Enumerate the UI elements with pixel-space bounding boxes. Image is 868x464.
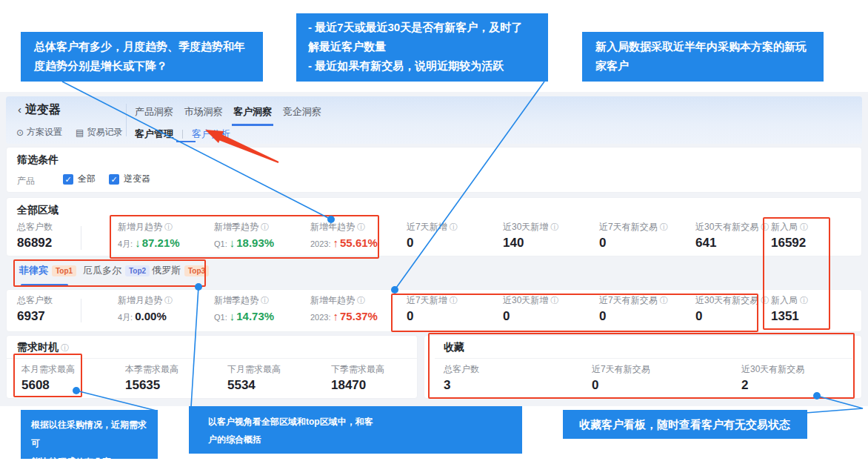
back-button[interactable]: ‹逆变器	[18, 102, 61, 118]
info-icon[interactable]: ⓘ	[261, 222, 269, 232]
favorites-title: 收藏	[444, 341, 464, 354]
trade-records-button[interactable]: ▤ 贸易记录	[76, 126, 122, 139]
info-icon[interactable]: ⓘ	[800, 222, 808, 232]
stat-new-7d: 近7天新增ⓘ 0	[407, 222, 458, 251]
back-chevron-icon: ‹	[18, 103, 21, 116]
all-region-card: 全部区域 总客户数 86892 新增月趋势ⓘ 4月:↓87.21% 新增季趋势ⓘ…	[6, 197, 862, 256]
tab-competitor-insight[interactable]: 竞企洞察	[281, 104, 323, 124]
top1-badge: Top1	[52, 265, 76, 276]
checkbox-all[interactable]: ✓ 全部	[63, 173, 96, 185]
stat-trade-7d: 近7天有新交易ⓘ 0	[599, 222, 668, 251]
region-tab-philippines[interactable]: 菲律宾 Top1	[19, 264, 76, 277]
info-icon[interactable]: ⓘ	[660, 295, 668, 305]
plan-settings-button[interactable]: ⊙ 方案设置	[16, 126, 62, 139]
stat-total-customers: 总客户数 86892	[17, 222, 53, 251]
tab-customer-management[interactable]: 客户管理	[133, 127, 175, 141]
document-icon: ▤	[76, 127, 84, 138]
info-icon[interactable]: ⓘ	[164, 222, 173, 232]
region-tab-ecuador[interactable]: 厄瓜多尔 Top2	[83, 264, 150, 277]
stat-trade-30d: 近30天有新交易ⓘ 641	[695, 222, 769, 251]
info-icon[interactable]: ⓘ	[761, 295, 769, 305]
card-divider	[435, 358, 852, 359]
info-icon[interactable]: ⓘ	[357, 222, 365, 232]
stat-monthly-trend: 新增月趋势ⓘ 4月:↓87.21%	[118, 222, 180, 251]
stat-fav-trade-30d: 近30天有新交易 2	[741, 364, 804, 393]
header-divider	[126, 104, 127, 136]
stat-quarterly-trend: 新增季趋势ⓘ Q1:↓18.93%	[214, 222, 274, 251]
stat-demand-this-month: 本月需求最高 5608	[21, 364, 75, 393]
all-region-title: 全部区域	[17, 204, 59, 217]
info-icon[interactable]: ⓘ	[761, 222, 769, 232]
header-band: ‹逆变器 ⊙ 方案设置 ▤ 贸易记录 产品洞察 市场洞察 客户洞察 竞企洞察 客…	[6, 96, 862, 144]
annotation-demand: 根据以往采购情况，近期需求可 能比较旺盛的有几家	[21, 410, 158, 459]
subtab-divider	[182, 130, 183, 139]
tab-product-insight[interactable]: 产品洞察	[133, 104, 175, 124]
stat-yearly-trend: 新增年趋势ⓘ 2023:↑75.37%	[310, 295, 378, 325]
stat-demand-this-quarter: 本季需求最高 15635	[125, 364, 178, 393]
page-title: 逆变器	[25, 103, 61, 116]
customer-sub-tabs: 客户管理 客户分析	[133, 127, 232, 141]
top1-region-card: 总客户数 6937 新增月趋势ⓘ 4月:0.00% 新增季趋势ⓘ Q1:↓14.…	[6, 289, 862, 332]
info-icon[interactable]: ⓘ	[261, 295, 269, 305]
annotation-customer-view: 以客户视角看全部区域和top区域中，和客 户的综合概括	[189, 406, 522, 454]
annotation-new-entrant: 新入局数据采取近半年内采购本方案的新玩 家客户	[582, 32, 824, 82]
info-icon[interactable]: ⓘ	[550, 222, 558, 232]
stat-quarterly-trend: 新增季趋势ⓘ Q1:↓14.73%	[214, 295, 274, 325]
stat-new-30d: 近30天新增ⓘ 140	[503, 222, 558, 251]
info-icon[interactable]: ⓘ	[450, 222, 458, 232]
stat-fav-total: 总客户数 3	[444, 364, 479, 393]
checkbox-checked-icon: ✓	[63, 174, 73, 185]
info-icon[interactable]: ⓘ	[357, 295, 365, 305]
stat-new-30d: 近30天新增ⓘ 0	[503, 295, 558, 324]
stat-new-entrant: 新入局ⓘ 1351	[771, 295, 808, 324]
stat-fav-trade-7d: 近7天有新交易 0	[592, 364, 650, 393]
filter-section-title: 筛选条件	[17, 153, 59, 167]
info-icon[interactable]: ⓘ	[450, 295, 458, 305]
info-icon[interactable]: ⓘ	[61, 342, 69, 354]
region-tab-russia[interactable]: 俄罗斯 Top3	[152, 264, 209, 277]
checkbox-inverter[interactable]: ✓ 逆变器	[109, 173, 150, 185]
stat-total-customers: 总客户数 6937	[17, 295, 53, 324]
card-divider	[7, 358, 418, 359]
info-icon[interactable]: ⓘ	[164, 295, 173, 305]
stat-trade-30d: 近30天有新交易ⓘ 0	[695, 295, 769, 324]
filter-row-label: 产品	[17, 175, 35, 188]
filter-card: 筛选条件 产品 ✓ 全部 ✓ 逆变器	[6, 147, 862, 193]
active-subtab-underline	[176, 141, 196, 142]
stat-yearly-trend: 新增年趋势ⓘ 2023:↑55.61%	[310, 222, 378, 251]
info-icon[interactable]: ⓘ	[550, 295, 558, 305]
insight-tabs: 产品洞察 市场洞察 客户洞察 竞企洞察	[133, 104, 328, 126]
stat-divider	[81, 226, 81, 250]
top2-badge: Top2	[125, 265, 150, 276]
header-menu: ⊙ 方案设置 ▤ 贸易记录	[16, 126, 122, 139]
tab-customer-analysis[interactable]: 客户分析	[190, 127, 232, 141]
stat-monthly-trend: 新增月趋势ⓘ 4月:0.00%	[118, 295, 173, 325]
annotation-recent-activity: - 最近7天或最近30天是否有新客户，及时了 解最近客户数量 - 最近如果有新交…	[296, 13, 548, 82]
stat-divider	[81, 299, 81, 322]
stat-demand-next-quarter: 下季需求最高 18470	[331, 364, 384, 393]
top3-badge: Top3	[184, 265, 209, 276]
favorites-card: 收藏 总客户数 3 近7天有新交易 0 近30天有新交易 2	[424, 335, 862, 399]
annotation-overview: 总体客户有多少，月度趋势、季度趋势和年 度趋势分别是增长或下降？	[21, 32, 263, 82]
stat-demand-next-month: 下月需求最高 5534	[227, 364, 281, 393]
info-icon[interactable]: ⓘ	[660, 222, 668, 232]
tab-market-insight[interactable]: 市场洞察	[183, 104, 224, 124]
screenshot-stage: ‹逆变器 ⊙ 方案设置 ▤ 贸易记录 产品洞察 市场洞察 客户洞察 竞企洞察 客…	[0, 0, 868, 464]
stat-new-entrant: 新入局ⓘ 16592	[771, 222, 808, 251]
stat-new-7d: 近7天新增ⓘ 0	[407, 295, 458, 324]
demand-timing-card: 需求时机ⓘ 本月需求最高 5608 本季需求最高 15635 下月需求最高 55…	[6, 335, 418, 399]
tab-customer-insight[interactable]: 客户洞察	[232, 104, 273, 126]
info-icon[interactable]: ⓘ	[800, 295, 808, 305]
gear-icon: ⊙	[16, 127, 24, 138]
annotation-favorites: 收藏客户看板，随时查看客户有无交易状态	[563, 410, 807, 439]
checkbox-checked-icon: ✓	[109, 174, 119, 185]
demand-title: 需求时机ⓘ	[17, 341, 69, 354]
stat-trade-7d: 近7天有新交易ⓘ 0	[599, 295, 668, 324]
active-region-tab-underline	[21, 284, 68, 286]
